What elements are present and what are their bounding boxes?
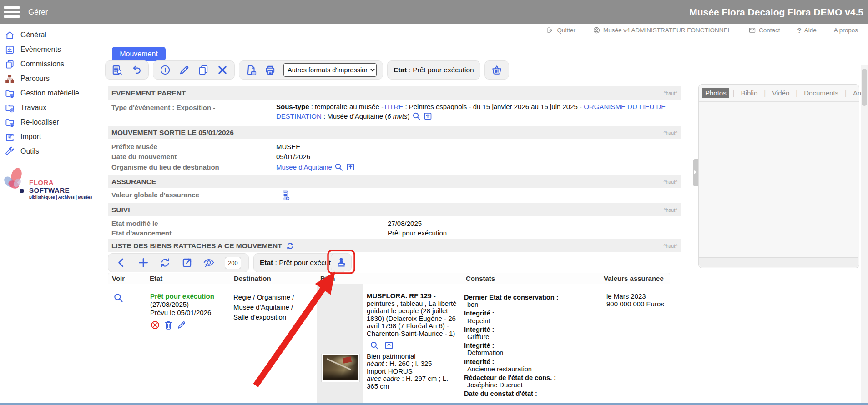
table-search-icon[interactable] (111, 64, 123, 76)
tab-documents[interactable]: Documents (801, 88, 841, 98)
organisme-lieu-label: Organisme du lieu de destination (111, 163, 219, 171)
constat-value: bon (464, 301, 600, 308)
print-file-icon[interactable] (245, 64, 257, 76)
printer-icon[interactable] (264, 64, 276, 76)
add-icon[interactable] (159, 64, 171, 76)
row-count-input[interactable] (225, 257, 241, 269)
prefixe-musee-label: Préfixe Musée (111, 143, 157, 150)
wrench-icon (5, 146, 15, 157)
quitter-link[interactable]: Quitter (546, 26, 575, 34)
search-icon[interactable] (369, 340, 379, 350)
etat-avancement-label: Etat d'avancement (111, 229, 172, 237)
sidebar-item-label: Général (20, 31, 46, 39)
section-evenement-parent-header: EVENEMENT PARENT ^haut^ (108, 86, 681, 100)
open-record-icon[interactable] (423, 111, 433, 121)
assurance-date: le Mars 2023 (606, 292, 670, 300)
horus-eye-icon[interactable] (203, 257, 215, 269)
panel-collapse-handle[interactable] (693, 159, 698, 186)
app-window: Gérer Musée Flora Decalog Flora DEMO v4.… (0, 0, 868, 405)
sidebar-item-travaux[interactable]: Travaux (0, 100, 94, 115)
table-row: Prêt pour exécution (27/08/2025) Prévu l… (108, 284, 670, 405)
haut-link[interactable]: ^haut^ (664, 207, 677, 213)
sidebar-item-label: Gestion matérielle (20, 89, 79, 97)
open-record-icon[interactable] (384, 340, 394, 350)
col-header-etat: Etat (146, 275, 230, 282)
constat-label: Integrité : (464, 310, 600, 317)
refresh-icon[interactable] (286, 241, 295, 250)
aide-link[interactable]: ? Aide (797, 26, 817, 34)
copy-icon[interactable] (197, 64, 209, 76)
trash-icon[interactable] (163, 320, 173, 330)
edit-pencil-icon[interactable] (177, 320, 187, 330)
artwork-thumbnail[interactable] (322, 354, 359, 382)
calculator-icon[interactable] (280, 190, 291, 200)
basket-icon[interactable] (491, 64, 503, 76)
haut-link[interactable]: ^haut^ (664, 243, 677, 249)
folder-globe-icon (5, 88, 15, 99)
search-icon[interactable] (113, 292, 124, 303)
constat-label: Date du constat d'état : (464, 390, 600, 397)
user-account[interactable]: Musée v4 ADMINISTRATEUR FONCTIONNEL (593, 26, 731, 34)
open-record-icon[interactable] (346, 162, 355, 172)
toolbar-group-edit (153, 60, 235, 80)
titre-link[interactable]: TITRE (384, 103, 403, 110)
scrollbar-thumb[interactable] (862, 69, 867, 106)
section-suivi-body: Etat modifié le 27/08/2025 Etat d'avance… (108, 216, 681, 239)
cancel-icon[interactable] (150, 320, 160, 330)
logo-tagline: Bibliothèques | Archives | Musées (29, 195, 94, 200)
print-format-select[interactable]: Autres formats d'impression... (283, 63, 377, 77)
sitemap-icon (5, 74, 15, 84)
pages-icon (5, 59, 15, 70)
search-icon[interactable] (412, 111, 421, 121)
bien-ref: MUSFLORA. RF 129 - (367, 292, 436, 300)
sync-icon[interactable] (159, 257, 171, 269)
stamp-button[interactable] (331, 253, 352, 271)
hamburger-menu-icon[interactable] (4, 5, 22, 19)
list-toolbar: Etat : Prêt pour exécution (108, 253, 347, 272)
undo-icon[interactable] (131, 64, 142, 76)
musee-aquitaine-link[interactable]: Musée d'Aquitaine (276, 163, 332, 171)
contact-link[interactable]: Contact (748, 26, 780, 34)
sidebar-item-outils[interactable]: Outils (0, 144, 94, 159)
sidebar-item-commissions[interactable]: Commissions (0, 57, 94, 71)
voir-cell (108, 284, 146, 405)
tab-video[interactable]: Vidéo (769, 88, 792, 98)
plus-icon[interactable] (137, 257, 149, 269)
apropos-label: A propos (834, 27, 858, 34)
col-header-voir: Voir (108, 275, 146, 282)
organisme-lieu-value: Musée d'Aquitaine (276, 162, 355, 172)
search-icon[interactable] (334, 162, 343, 172)
status-text: Prêt pour exécution (150, 292, 230, 300)
sidebar-item-parcours[interactable]: Parcours (0, 71, 94, 86)
edit-icon[interactable] (178, 64, 190, 76)
export-icon[interactable] (181, 257, 193, 269)
tab-mouvement[interactable]: Mouvement (112, 47, 166, 61)
etat-modifie-value: 27/08/2025 (388, 220, 422, 227)
sidebar-item-label: Outils (20, 147, 39, 155)
haut-link[interactable]: ^haut^ (664, 130, 677, 135)
vertical-scrollbar[interactable] (861, 65, 868, 405)
sidebar-item-label: Re-localiser (20, 118, 59, 126)
sidebar-item-gestion-materielle[interactable]: Gestion matérielle (0, 86, 94, 100)
sidebar-item-general[interactable]: Général (0, 28, 94, 42)
toolbar-group-search (105, 60, 149, 80)
haut-link[interactable]: ^haut^ (664, 179, 677, 185)
bien-desc: peintures , tableau , La liberté guidant… (367, 300, 457, 337)
date-mouvement-value: 05/01/2026 (276, 153, 310, 160)
section-assurance-header: ASSURANCE ^haut^ (108, 175, 681, 188)
chevron-left-icon[interactable] (116, 257, 127, 269)
apropos-link[interactable]: A propos (834, 27, 858, 34)
sidebar-item-relocaliser[interactable]: Re-localiser (0, 115, 94, 130)
sidebar-item-evenements[interactable]: Evènements (0, 42, 94, 57)
tab-biblio[interactable]: Biblio (738, 88, 761, 98)
section-evenement-parent-body: Type d'évènement : Exposition - Sous-typ… (108, 100, 681, 126)
etat-modifie-label: Etat modifié le (111, 220, 158, 227)
sidebar-item-import[interactable]: Import (0, 130, 94, 144)
tab-photos[interactable]: Photos (702, 88, 729, 98)
status-date: (27/08/2025) (150, 300, 230, 309)
cadre-label: avec cadre (367, 375, 400, 382)
haut-link[interactable]: ^haut^ (664, 90, 677, 96)
menu-label[interactable]: Gérer (28, 8, 48, 17)
sidebar-item-label: Parcours (20, 75, 50, 83)
delete-icon[interactable] (217, 64, 228, 76)
